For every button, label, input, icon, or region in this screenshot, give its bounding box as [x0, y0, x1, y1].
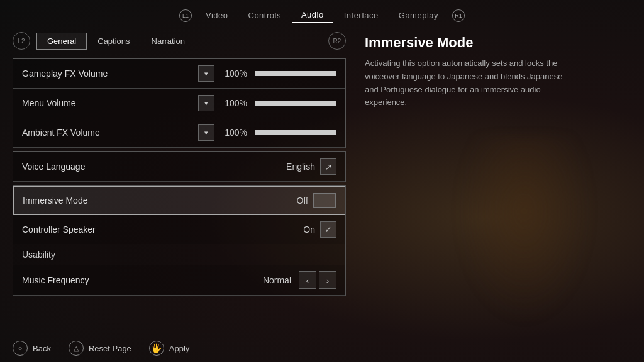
left-panel: L2 General Captions Narration R2 Gamepla…	[13, 28, 346, 334]
gameplay-fx-volume-control: ▾ 100%	[198, 65, 336, 82]
reset-icon: △	[69, 341, 84, 356]
tab-general[interactable]: General	[36, 33, 87, 50]
apply-action[interactable]: 🖐 Apply	[149, 341, 190, 356]
top-nav: L1 Video Controls Audio Interface Gamepl…	[0, 0, 644, 28]
gameplay-fx-fill	[255, 71, 336, 76]
ambient-fx-bar	[255, 130, 336, 135]
ambient-fx-fill	[255, 130, 336, 135]
volume-settings: Gameplay FX Volume ▾ 100% Menu Volume ▾	[13, 58, 346, 148]
immersive-mode-label: Immersive Mode	[23, 195, 297, 206]
right-panel: Immersive Mode Activating this option au…	[346, 28, 631, 334]
voice-language-row[interactable]: Voice Language English ↗	[13, 152, 345, 182]
back-label: Back	[33, 344, 51, 353]
detail-description: Activating this option automatically set…	[365, 57, 566, 109]
nav-item-video[interactable]: Video	[197, 8, 237, 23]
gameplay-fx-volume-row[interactable]: Gameplay FX Volume ▾ 100%	[13, 59, 345, 89]
ambient-fx-volume-row[interactable]: Ambient FX Volume ▾ 100%	[13, 118, 345, 148]
usability-header: Usability	[13, 244, 346, 265]
voice-language-link-icon[interactable]: ↗	[320, 158, 336, 175]
voice-language-label: Voice Language	[22, 162, 286, 172]
music-frequency-value: Normal	[263, 275, 291, 285]
gameplay-fx-bar	[255, 71, 336, 76]
controller-speaker-value: On	[303, 224, 315, 234]
controller-speaker-row[interactable]: Controller Speaker On ✓	[13, 215, 345, 244]
mode-settings: Immersive Mode Off Controller Speaker On…	[13, 185, 346, 244]
reset-label: Reset Page	[89, 344, 131, 353]
menu-volume-label: Menu Volume	[22, 98, 198, 108]
nav-item-audio[interactable]: Audio	[292, 8, 333, 23]
r1-icon[interactable]: R1	[452, 9, 465, 22]
ambient-fx-volume-control: ▾ 100%	[198, 124, 336, 141]
nav-item-interface[interactable]: Interface	[335, 8, 387, 23]
menu-volume-row[interactable]: Menu Volume ▾ 100%	[13, 89, 345, 118]
music-frequency-row[interactable]: Music Frequency Normal ‹ ›	[13, 265, 345, 296]
r2-icon[interactable]: R2	[328, 32, 346, 50]
l2-icon[interactable]: L2	[13, 32, 30, 50]
menu-volume-control: ▾ 100%	[198, 95, 336, 111]
gameplay-fx-value: 100%	[221, 69, 247, 79]
nav-item-gameplay[interactable]: Gameplay	[390, 8, 447, 23]
usability-settings: Music Frequency Normal ‹ ›	[13, 265, 346, 296]
tab-bar: L2 General Captions Narration R2	[13, 28, 346, 53]
gameplay-fx-dropdown[interactable]: ▾	[198, 65, 214, 82]
apply-icon: 🖐	[149, 341, 164, 356]
controller-speaker-check[interactable]: ✓	[320, 221, 336, 238]
ambient-fx-dropdown[interactable]: ▾	[198, 124, 214, 141]
voice-language-value: English	[286, 162, 315, 172]
ambient-fx-label: Ambient FX Volume	[22, 128, 198, 138]
ambient-fx-value: 100%	[221, 128, 247, 138]
controller-speaker-label: Controller Speaker	[22, 224, 303, 234]
l1-icon[interactable]: L1	[179, 9, 192, 22]
nav-item-controls[interactable]: Controls	[240, 8, 290, 23]
tab-captions[interactable]: Captions	[87, 33, 140, 50]
menu-volume-dropdown[interactable]: ▾	[198, 95, 214, 111]
bottom-bar: ○ Back △ Reset Page 🖐 Apply	[0, 334, 644, 362]
back-icon: ○	[13, 341, 28, 356]
reset-action[interactable]: △ Reset Page	[69, 341, 131, 356]
immersive-mode-toggle[interactable]	[313, 193, 336, 208]
voice-language-container: Voice Language English ↗	[13, 151, 346, 182]
menu-volume-value: 100%	[221, 98, 247, 108]
back-action[interactable]: ○ Back	[13, 341, 51, 356]
gameplay-fx-label: Gameplay FX Volume	[22, 69, 198, 79]
immersive-mode-value: Off	[297, 195, 308, 206]
tab-narration[interactable]: Narration	[141, 33, 196, 50]
music-frequency-label: Music Frequency	[22, 275, 263, 285]
detail-title: Immersive Mode	[365, 35, 613, 51]
apply-label: Apply	[169, 344, 190, 353]
menu-volume-fill	[255, 101, 336, 106]
immersive-mode-row[interactable]: Immersive Mode Off	[13, 186, 345, 215]
music-frequency-prev[interactable]: ‹	[299, 272, 316, 289]
menu-volume-bar	[255, 101, 336, 106]
music-frequency-next[interactable]: ›	[319, 272, 336, 289]
